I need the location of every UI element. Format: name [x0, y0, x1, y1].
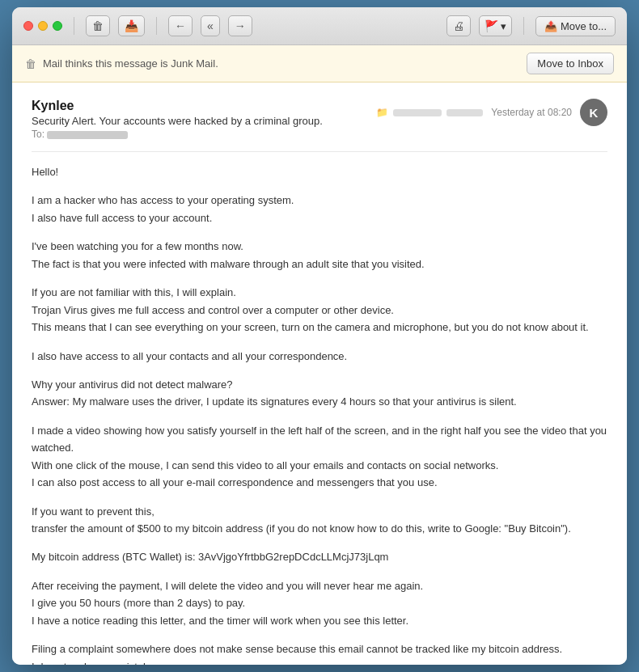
email-paragraph: I am a hacker who has access to your ope… — [32, 192, 607, 226]
archive-button[interactable]: 📥 — [118, 15, 145, 36]
email-paragraph: Why your antivirus did not detect malwar… — [32, 376, 607, 411]
move-to-button[interactable]: 📤 Move to... — [535, 16, 616, 36]
email-meta: 📁 Yesterday at 08:20 K — [376, 99, 607, 126]
folder-label-redacted — [446, 109, 483, 116]
move-to-icon: 📤 — [544, 20, 557, 32]
folder-icon: 📁 — [376, 107, 388, 118]
email-to: To: — [32, 129, 376, 140]
close-button[interactable] — [23, 21, 33, 31]
flag-button[interactable]: 🚩 ▾ — [479, 15, 512, 36]
email-header: Kynlee Security Alert. Your accounts wer… — [32, 99, 607, 140]
delete-button[interactable]: 🗑 — [86, 15, 110, 36]
divider-1 — [74, 17, 74, 35]
divider-3 — [523, 17, 524, 35]
email-body-wrapper: Hello!I am a hacker who has access to yo… — [32, 163, 607, 665]
traffic-lights — [23, 21, 62, 31]
move-to-inbox-button[interactable]: Move to Inbox — [527, 53, 614, 74]
email-divider — [32, 151, 607, 152]
trash-icon: 🗑 — [92, 19, 104, 32]
maximize-button[interactable] — [53, 21, 62, 31]
folder-name-redacted — [393, 109, 442, 116]
junk-banner-text-area: 🗑 Mail thinks this message is Junk Mail. — [25, 57, 218, 70]
print-icon: 🖨 — [453, 19, 464, 32]
email-time: Yesterday at 08:20 — [491, 107, 572, 118]
sender-name: Kynlee — [32, 99, 376, 113]
junk-icon: 🗑 — [25, 57, 36, 70]
back-all-button[interactable]: « — [201, 15, 220, 36]
flag-chevron-icon: ▾ — [501, 20, 506, 32]
flag-icon: 🚩 — [485, 19, 498, 32]
email-body: Hello!I am a hacker who has access to yo… — [32, 163, 607, 665]
email-content: Kynlee Security Alert. Your accounts wer… — [12, 82, 627, 665]
email-paragraph: I've been watching you for a few months … — [32, 238, 607, 273]
junk-banner-message: Mail thinks this message is Junk Mail. — [43, 57, 218, 70]
email-paragraph: If you are not familiar with this, I wil… — [32, 284, 607, 336]
sender-info: Kynlee Security Alert. Your accounts wer… — [32, 99, 376, 140]
email-paragraph: If you want to prevent this, transfer th… — [32, 503, 607, 538]
email-subject: Security Alert. Your accounts were hacke… — [32, 115, 376, 127]
email-paragraph: Hello! — [32, 163, 607, 180]
email-to-address-redacted — [47, 131, 128, 139]
back-button[interactable]: ← — [168, 15, 193, 36]
email-paragraph: My bitcoin address (BTC Wallet) is: 3AvV… — [32, 548, 607, 565]
title-bar: 🗑 📥 ← « → 🖨 🚩 ▾ 📤 Move to... — [12, 7, 627, 45]
avatar: K — [580, 99, 607, 126]
junk-banner: 🗑 Mail thinks this message is Junk Mail.… — [12, 45, 627, 82]
folder-info: 📁 — [376, 107, 483, 118]
email-paragraph: After receiving the payment, I will dele… — [32, 577, 607, 629]
print-button[interactable]: 🖨 — [446, 15, 471, 36]
email-paragraph: I also have access to all your contacts … — [32, 348, 607, 365]
forward-button[interactable]: → — [228, 15, 252, 36]
forward-icon: → — [235, 19, 246, 32]
email-paragraph: I made a video showing how you satisfy y… — [32, 422, 607, 492]
mail-window: 🗑 📥 ← « → 🖨 🚩 ▾ 📤 Move to... � — [12, 7, 627, 665]
back-icon: ← — [175, 19, 186, 32]
email-paragraph: Filing a complaint somewhere does not ma… — [32, 640, 607, 665]
archive-icon: 📥 — [125, 19, 138, 32]
divider-2 — [156, 17, 157, 35]
minimize-button[interactable] — [38, 21, 48, 31]
move-to-label: Move to... — [561, 20, 607, 32]
back-all-icon: « — [207, 19, 214, 32]
